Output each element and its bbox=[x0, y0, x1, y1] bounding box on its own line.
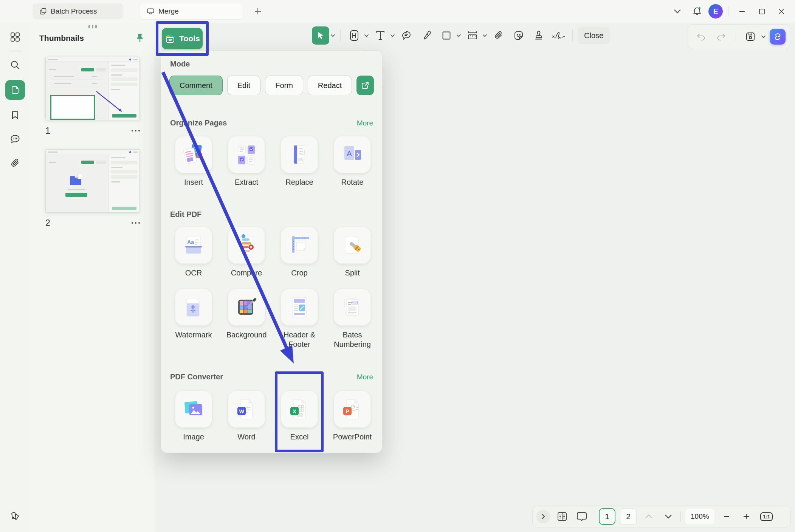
notifications-button[interactable] bbox=[689, 3, 705, 20]
tool-extract[interactable]: Extract bbox=[220, 136, 273, 187]
minimize-button[interactable] bbox=[734, 3, 750, 20]
insert-icon bbox=[181, 142, 206, 167]
tool-replace[interactable]: Replace bbox=[273, 136, 326, 187]
pen-tool-button[interactable] bbox=[418, 26, 435, 45]
undo-button[interactable] bbox=[693, 28, 709, 45]
shape-tool-dropdown[interactable] bbox=[456, 34, 461, 37]
mode-comment-button[interactable]: Comment bbox=[169, 76, 223, 95]
mode-expand-button[interactable] bbox=[356, 76, 374, 95]
shape-tool-button[interactable] bbox=[438, 26, 455, 45]
actual-size-button[interactable]: 1:1 bbox=[758, 509, 775, 524]
page-menu-button[interactable] bbox=[132, 222, 140, 224]
select-tool-button[interactable] bbox=[312, 26, 329, 45]
maximize-button[interactable] bbox=[753, 3, 770, 20]
avatar[interactable]: E bbox=[708, 4, 723, 19]
undo-icon bbox=[696, 32, 706, 41]
previous-page-button[interactable] bbox=[641, 509, 656, 524]
sidebar-item-apps[interactable] bbox=[5, 27, 25, 47]
sidebar-item-search[interactable] bbox=[5, 55, 25, 75]
collapse-bar-button[interactable] bbox=[536, 510, 550, 523]
sidebar-item-thumbnails[interactable] bbox=[5, 80, 25, 100]
image-icon bbox=[181, 397, 206, 421]
page-menu-button[interactable] bbox=[132, 130, 140, 131]
page-button-2[interactable]: 2 bbox=[620, 508, 637, 525]
mode-form-button[interactable]: Form bbox=[265, 76, 303, 95]
sidebar-item-comments[interactable] bbox=[5, 129, 25, 149]
close-icon bbox=[778, 8, 785, 15]
sidebar-divider bbox=[9, 51, 22, 51]
tool-ocr[interactable]: Aa OCR bbox=[167, 227, 220, 278]
text-tool-button[interactable] bbox=[372, 26, 389, 45]
page-thumbnail-1[interactable] bbox=[45, 57, 140, 120]
save-button[interactable] bbox=[742, 28, 759, 45]
rectangle-shape-icon bbox=[441, 30, 452, 41]
organize-pages-more-link[interactable]: More bbox=[357, 119, 373, 127]
word-icon: W bbox=[234, 397, 259, 421]
excel-icon: X bbox=[287, 397, 311, 421]
paperclip-icon bbox=[493, 30, 504, 41]
mode-row: Comment Edit Form Redact bbox=[169, 76, 374, 95]
annotation-toolbar: Close bbox=[312, 26, 610, 45]
tool-crop[interactable]: Crop bbox=[273, 227, 326, 278]
mini-content bbox=[46, 62, 109, 120]
svg-text:W: W bbox=[239, 408, 244, 414]
text-tool-dropdown[interactable] bbox=[390, 34, 395, 37]
sidebar-item-bookmarks[interactable] bbox=[5, 105, 25, 125]
measure-tool-dropdown[interactable] bbox=[482, 34, 487, 37]
signature-icon bbox=[551, 30, 566, 41]
save-icon bbox=[745, 31, 756, 42]
pin-icon[interactable] bbox=[134, 32, 146, 44]
zoom-level-button[interactable]: 100% bbox=[685, 509, 714, 524]
tool-convert-image[interactable]: Image bbox=[167, 391, 220, 442]
tool-insert[interactable]: Insert bbox=[167, 136, 220, 187]
close-mode-button[interactable]: Close bbox=[578, 27, 610, 44]
sidebar-item-attachments[interactable] bbox=[5, 153, 25, 173]
panel-drag-handle[interactable] bbox=[30, 25, 155, 28]
close-window-button[interactable] bbox=[773, 3, 790, 20]
ai-assistant-button[interactable] bbox=[770, 29, 786, 45]
tool-bates-numbering[interactable]: 000123 Bates Numbering bbox=[326, 289, 379, 349]
tab-list-button[interactable] bbox=[669, 3, 686, 20]
tool-compare[interactable]: Compare bbox=[220, 227, 273, 278]
stamp-tool-button[interactable] bbox=[530, 26, 547, 45]
sticker-tool-button[interactable] bbox=[510, 26, 527, 45]
home-button[interactable] bbox=[5, 3, 22, 20]
page-thumbnail-2[interactable] bbox=[45, 149, 140, 213]
tool-rotate[interactable]: A Rotate bbox=[326, 136, 379, 187]
attachment-tool-button[interactable] bbox=[490, 26, 507, 45]
tab-batch-process[interactable]: Batch Process bbox=[33, 3, 123, 19]
highlight-tool-button[interactable] bbox=[346, 26, 363, 45]
tool-watermark[interactable]: Watermark bbox=[167, 289, 220, 349]
new-tab-button[interactable] bbox=[250, 4, 265, 19]
tool-split[interactable]: Split bbox=[326, 227, 379, 278]
zoom-out-button[interactable] bbox=[719, 509, 734, 524]
tool-background[interactable]: Background bbox=[220, 289, 273, 349]
highlight-tool-dropdown[interactable] bbox=[364, 34, 369, 37]
file-toolbar bbox=[688, 24, 790, 49]
tab-merge[interactable]: Merge bbox=[140, 3, 243, 19]
mode-redact-button[interactable]: Redact bbox=[308, 76, 352, 95]
tool-convert-excel[interactable]: X Excel bbox=[273, 391, 326, 442]
sidebar-item-styles[interactable] bbox=[5, 506, 25, 525]
minimize-icon bbox=[738, 8, 746, 15]
measure-tool-button[interactable] bbox=[464, 26, 481, 45]
next-page-button[interactable] bbox=[661, 509, 676, 524]
zoom-in-button[interactable] bbox=[739, 509, 754, 524]
signature-tool-button[interactable] bbox=[550, 26, 567, 45]
ai-swirl-icon bbox=[773, 32, 783, 42]
mode-edit-button[interactable]: Edit bbox=[227, 76, 260, 95]
page-button-1[interactable]: 1 bbox=[599, 508, 615, 525]
pdf-converter-more-link[interactable]: More bbox=[357, 373, 373, 381]
page-layout-button[interactable] bbox=[555, 509, 570, 524]
main-toolbar: Tools bbox=[155, 23, 795, 52]
redo-button[interactable] bbox=[713, 28, 730, 45]
select-tool-dropdown[interactable] bbox=[330, 34, 335, 37]
tools-button[interactable]: Tools bbox=[162, 28, 203, 49]
presentation-button[interactable] bbox=[574, 509, 589, 524]
tool-convert-powerpoint[interactable]: P PowerPoint bbox=[326, 391, 379, 442]
tool-header-footer[interactable]: Header & Footer bbox=[273, 289, 326, 349]
save-dropdown[interactable] bbox=[761, 35, 766, 38]
note-tool-button[interactable] bbox=[398, 26, 415, 45]
tool-convert-word[interactable]: W Word bbox=[220, 391, 273, 442]
ruler-icon bbox=[466, 30, 479, 41]
